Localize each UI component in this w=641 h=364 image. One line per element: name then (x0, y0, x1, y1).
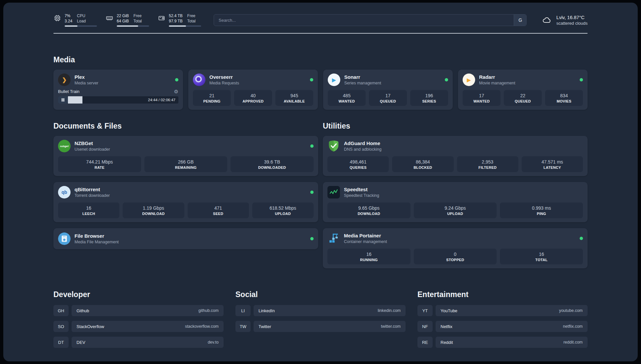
app-name-filebrowser: File Browser (75, 233, 119, 239)
app-card-overseerr[interactable]: Overseerr Media Requests 21 PENDING 40 A… (188, 70, 318, 110)
radarr-icon: ▶ (463, 74, 475, 86)
stat-wanted: 485 WANTED (328, 90, 366, 106)
qbittorrent-icon: qb (58, 186, 71, 198)
disk-monitor: 52.4 TB 97.9 TB Free Total (158, 14, 201, 27)
app-subtitle-plex: Media server (75, 81, 98, 85)
memory-monitor: 22 GiB 64 GiB Free Total (106, 14, 149, 27)
section-title-documents: Documents & Files (53, 122, 318, 131)
app-card-plex[interactable]: ❯ Plex Media server Bullet Train ⚙ (53, 70, 183, 110)
bookmark-link-reddit[interactable]: Reddit reddit.com (436, 337, 588, 348)
bookmark-group-entertainment: Entertainment YT YouTube youtube.com NF … (417, 290, 588, 352)
app-subtitle-radarr: Movie management (479, 81, 515, 85)
stat-download: 1.19 Gbps DOWNLOAD (123, 202, 184, 218)
bookmark-reddit[interactable]: RE Reddit reddit.com (417, 337, 588, 348)
bookmark-abbr-stackoverflow[interactable]: SO (53, 321, 69, 332)
memory-free-value: 22 GiB (117, 14, 129, 19)
disk-progress-bar (169, 25, 201, 27)
stat-rate: 744.21 Mbps RATE (58, 156, 141, 172)
app-card-speedtest[interactable]: Speedtest Speedtest Tracking 9.65 Gbps D… (323, 182, 588, 222)
cpu-monitor: 7% 3.24 CPU Load (53, 14, 97, 27)
adguard-icon (327, 140, 340, 152)
app-subtitle-nzbget: Usenet downloader (75, 147, 110, 152)
bookmark-github[interactable]: GH Github github.com (53, 305, 224, 316)
pause-button[interactable] (58, 96, 68, 104)
playback-time: 24:44 / 02:06:47 (145, 98, 178, 102)
status-dot (580, 78, 583, 81)
bookmark-youtube[interactable]: YT YouTube youtube.com (417, 305, 588, 316)
bookmark-link-twitter[interactable]: Twitter twitter.com (254, 321, 406, 332)
memory-progress-bar (117, 25, 149, 27)
section-title-developer: Developer (53, 290, 224, 299)
bookmark-twitter[interactable]: TW Twitter twitter.com (235, 321, 406, 332)
bookmark-abbr-linkedin[interactable]: LI (235, 305, 251, 316)
stat-remaining: 266 GB REMAINING (144, 156, 228, 172)
stat-filtered: 2,953 FILTERED (457, 156, 518, 172)
app-subtitle-overseerr: Media Requests (209, 81, 239, 85)
media-player-bar[interactable]: 24:44 / 02:06:47 (58, 96, 178, 104)
stat-series: 196 SERIES (410, 90, 448, 106)
app-name-adguard: AdGuard Home (344, 140, 382, 147)
section-title-entertainment: Entertainment (417, 290, 588, 299)
app-name-nzbget: NZBGet (75, 140, 110, 147)
stat-wanted: 17 WANTED (463, 90, 501, 106)
bookmark-link-netflix[interactable]: Netflix netflix.com (436, 321, 588, 332)
bookmark-abbr-youtube[interactable]: YT (417, 305, 433, 316)
nzbget-icon: nzbget (58, 140, 71, 152)
bookmark-netflix[interactable]: NF Netflix netflix.com (417, 321, 588, 332)
stat-queries: 498,461 QUERIES (327, 156, 389, 172)
cpu-load-label: Load (77, 19, 86, 24)
stat-queued: 17 QUEUED (369, 90, 407, 106)
bookmark-link-github[interactable]: Github github.com (72, 305, 224, 316)
app-subtitle-portainer: Container management (344, 239, 387, 244)
app-name-plex: Plex (75, 74, 98, 80)
bookmark-dev[interactable]: DT DEV dev.to (53, 337, 224, 348)
stat-queued: 22 QUEUED (504, 90, 542, 106)
playback-progress[interactable] (68, 96, 145, 104)
disk-total-value: 97.9 TB (169, 19, 183, 24)
disk-free-value: 52.4 TB (169, 14, 183, 19)
bookmark-group-social: Social LI LinkedIn linkedin.com TW Twitt… (235, 290, 406, 337)
now-playing-row: Bullet Train ⚙ (58, 89, 178, 94)
app-card-sonarr[interactable]: ▶ Sonarr Series management 485 WANTED 17 (323, 70, 453, 110)
bookmark-abbr-github[interactable]: GH (53, 305, 69, 316)
cloud-icon (541, 15, 552, 25)
memory-total-value: 64 GiB (117, 19, 129, 24)
memory-free-label: Free (134, 14, 142, 19)
disk-total-label: Total (187, 19, 196, 24)
bookmark-link-linkedin[interactable]: LinkedIn linkedin.com (254, 305, 406, 316)
bookmark-link-youtube[interactable]: YouTube youtube.com (436, 305, 588, 316)
app-card-adguard[interactable]: AdGuard Home DNS and adblocking 498,461 … (323, 136, 588, 176)
bookmark-abbr-twitter[interactable]: TW (235, 321, 251, 332)
bookmark-abbr-netflix[interactable]: NF (417, 321, 433, 332)
search-input[interactable] (214, 14, 527, 26)
stat-leech: 16 LEECH (58, 202, 119, 218)
disk-icon (158, 14, 166, 22)
app-card-portainer[interactable]: Media Portainer Container management 16 … (323, 228, 588, 268)
stat-latency: 47.571 ms LATENCY (522, 156, 583, 172)
search-engine-button[interactable]: G (514, 15, 526, 26)
bookmark-link-dev[interactable]: DEV dev.to (72, 337, 224, 348)
app-card-filebrowser[interactable]: File Browser Media File Management (53, 228, 318, 249)
bookmark-link-stackoverflow[interactable]: StackOverflow stackoverflow.com (72, 321, 224, 332)
app-card-qbittorrent[interactable]: qb qBittorrent Torrent downloader 16 LEE… (53, 182, 318, 222)
media-grid: ❯ Plex Media server Bullet Train ⚙ (53, 70, 588, 110)
app-name-radarr: Radarr (479, 74, 515, 80)
app-card-nzbget[interactable]: nzbget NZBGet Usenet downloader 744.21 M… (53, 136, 318, 176)
weather-widget: Lviv, 16.87°C scattered clouds (541, 15, 588, 26)
app-subtitle-qbittorrent: Torrent downloader (75, 193, 110, 198)
portainer-icon (327, 232, 340, 245)
gear-icon[interactable]: ⚙ (174, 89, 178, 94)
stat-movies: 834 MOVIES (545, 90, 583, 106)
app-name-portainer: Media Portainer (344, 233, 387, 239)
search-bar[interactable]: G (214, 14, 527, 26)
bookmark-stackoverflow[interactable]: SO StackOverflow stackoverflow.com (53, 321, 224, 332)
sonarr-icon: ▶ (328, 74, 340, 86)
bookmarks-section: Developer GH Github github.com SO StackO… (53, 290, 588, 352)
now-playing-title: Bullet Train (58, 89, 79, 94)
memory-total-label: Total (134, 19, 142, 24)
app-card-radarr[interactable]: ▶ Radarr Movie management 17 WANTED 22 (458, 70, 588, 110)
bookmark-abbr-dev[interactable]: DT (53, 337, 69, 348)
documents-column: Documents & Files nzbget NZBGet Usenet d… (53, 122, 318, 255)
bookmark-linkedin[interactable]: LI LinkedIn linkedin.com (235, 305, 406, 316)
bookmark-abbr-reddit[interactable]: RE (417, 337, 433, 348)
